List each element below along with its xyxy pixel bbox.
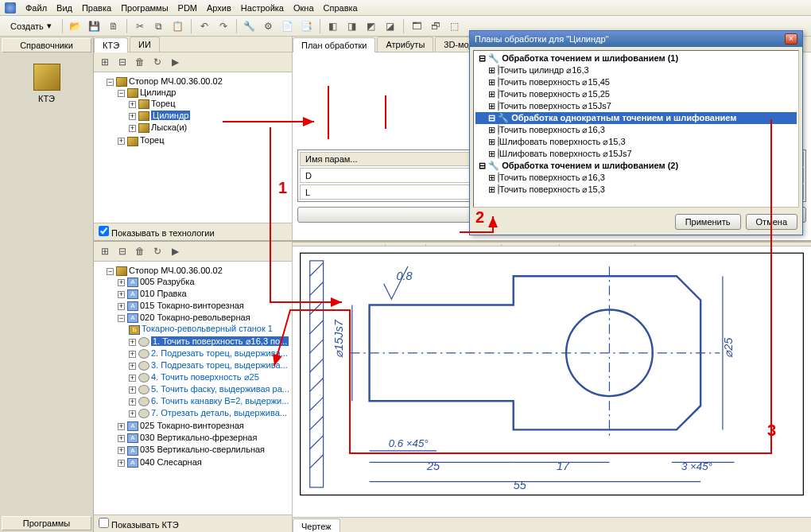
tool-icon[interactable]: ⚙ [261, 18, 277, 34]
menu-archive[interactable]: Архив [207, 3, 231, 13]
tree-tool-icon[interactable]: ▶ [167, 243, 183, 259]
cancel-button[interactable]: Отмена [746, 214, 797, 230]
tree-tool-icon[interactable]: ⊞ [97, 54, 113, 70]
show-in-tech-checkbox[interactable]: Показывать в технологии [99, 228, 215, 238]
tab-ii[interactable]: ИИ [130, 37, 160, 52]
tool-icon[interactable]: 📄 [280, 18, 296, 34]
plan-item[interactable]: ⊞ Точить поверхность ⌀16,3 [475, 172, 797, 184]
tool-icon[interactable]: ◪ [382, 18, 398, 34]
plan-item[interactable]: ⊞ Точить поверхность ⌀15,25 [475, 88, 797, 100]
cut-icon[interactable]: ✂ [132, 18, 148, 34]
copy-icon[interactable]: ⧉ [151, 18, 167, 34]
close-icon[interactable]: × [785, 33, 797, 45]
tree-tool-icon[interactable]: ↻ [149, 243, 165, 259]
plan-item[interactable]: ⊞ Точить поверхность ⌀15,45 [475, 76, 797, 88]
tab-kte[interactable]: КТЭ [94, 37, 128, 52]
paste-icon[interactable]: 📋 [170, 18, 186, 34]
tech-tree-pane: ⊞ ⊟ 🗑 ↻ ▶ −Стопор МЧ.00.36.00.02 +A005 Р… [94, 242, 293, 532]
tech-step[interactable]: 2. Подрезать торец, выдержива... [151, 348, 288, 358]
kte-tree[interactable]: −Стопор МЧ.00.36.00.02 −Цилиндр +Торец +… [94, 72, 292, 223]
cube-icon [33, 64, 60, 91]
tree-tool-icon[interactable]: ⊞ [97, 243, 113, 259]
plan-item[interactable]: ⊞ Точить поверхность ⌀16,3 [475, 124, 797, 136]
tech-op[interactable]: 005 Разрубка [140, 277, 195, 286]
undo-icon[interactable]: ↶ [196, 18, 212, 34]
tech-step[interactable]: 3. Подрезать торец, выдержива... [151, 360, 288, 370]
sidebar: Справочники КТЭ Программы [0, 37, 94, 532]
tool-icon[interactable]: 🔧 [242, 18, 258, 34]
open-icon[interactable]: 📂 [68, 18, 83, 34]
tech-op[interactable]: 020 Токарно-револьверная [140, 313, 250, 322]
plan-group[interactable]: ⊟ 🔧 Обработка точением и шлифованием (2) [475, 160, 797, 172]
kte-tree-pane: КТЭ ИИ ⊞ ⊟ 🗑 ↻ ▶ −Стопор МЧ.00.36.00.02 … [94, 37, 293, 240]
menu-pdm[interactable]: PDM [178, 3, 197, 13]
tool-icon[interactable]: ⬚ [447, 18, 463, 34]
tech-step[interactable]: 4. Точить поверхность ⌀25 [151, 372, 259, 382]
plan-item[interactable]: ⊞ Шлифовать поверхность ⌀15Js7 [475, 148, 797, 160]
tool-icon[interactable]: ◩ [363, 18, 379, 34]
tab-attr[interactable]: Атрибуты [377, 37, 433, 52]
tech-step[interactable]: 6. Точить канавку B=2, выдержи... [151, 396, 289, 406]
tree-tool-icon[interactable]: ⊟ [114, 54, 130, 70]
tool-icon[interactable]: 🗔 [409, 18, 425, 34]
menu-windows[interactable]: Окна [293, 3, 314, 13]
apply-button[interactable]: Применить [675, 214, 741, 230]
tree-root[interactable]: Стопор МЧ.00.36.00.02 [129, 76, 223, 86]
redo-icon[interactable]: ↷ [215, 18, 231, 34]
tree-tool-icon[interactable]: 🗑 [132, 54, 148, 70]
plan-group-selected[interactable]: ⊟ 🔧 Обработка однократным точением и шли… [475, 112, 797, 124]
tab-plan[interactable]: План обработки [293, 37, 375, 52]
tree-tool-icon[interactable]: ▶ [167, 54, 183, 70]
plan-item[interactable]: ⊞ Точить поверхность ⌀15,3 [475, 184, 797, 196]
tech-op[interactable]: 030 Вертикально-фрезерная [140, 433, 257, 442]
menu-file[interactable]: Файл [25, 3, 47, 13]
menu-help[interactable]: Справка [324, 3, 358, 13]
svg-text:17: 17 [557, 460, 570, 472]
tool-icon[interactable]: ◨ [344, 18, 360, 34]
sidebar-footer[interactable]: Программы [2, 516, 91, 530]
menu-settings[interactable]: Настройка [241, 3, 284, 13]
drawing-canvas[interactable]: 0.8 ⌀15Js7 ⌀25 0.6 ×45° 25 17 3 ×45° [293, 247, 811, 517]
svg-text:0.6 ×45°: 0.6 ×45° [389, 437, 429, 449]
create-button[interactable]: Создать ▾ [5, 18, 57, 34]
bottom-tab-drawing[interactable]: Чертеж [293, 518, 340, 532]
tree-node[interactable]: Лыска(и) [151, 122, 187, 132]
tool-icon[interactable]: 🗗 [428, 18, 444, 34]
tech-step-selected[interactable]: 1. Точить поверхность ⌀16,3 по... [151, 336, 289, 346]
menu-programs[interactable]: Программы [121, 3, 168, 13]
menu-view[interactable]: Вид [56, 3, 72, 13]
tree-tool-icon[interactable]: 🗑 [132, 243, 148, 259]
svg-text:⌀25: ⌀25 [722, 337, 735, 358]
tech-op[interactable]: 025 Токарно-винторезная [140, 421, 244, 430]
tree-node[interactable]: Торец [140, 135, 165, 145]
tree-node[interactable]: Цилиндр [140, 87, 176, 97]
tech-op[interactable]: 010 Правка [140, 289, 187, 298]
menu-edit[interactable]: Правка [82, 3, 111, 13]
tool-icon[interactable]: ◧ [325, 18, 341, 34]
tech-step[interactable]: Токарно-револьверный станок 1 [142, 324, 273, 333]
tree-node[interactable]: Торец [151, 99, 176, 108]
dialog-titlebar[interactable]: Планы обработки для "Цилиндр" × [470, 31, 802, 47]
tree-tool-icon[interactable]: ↻ [149, 54, 165, 70]
tech-op[interactable]: 035 Вертикально-сверлильная [140, 445, 265, 454]
sidebar-header[interactable]: Справочники [2, 38, 91, 52]
show-kte-checkbox[interactable]: Показывать КТЭ [99, 520, 179, 530]
tree-tool-icon[interactable]: ⊟ [114, 243, 130, 259]
save-all-icon[interactable]: 🗎 [106, 18, 122, 34]
save-icon[interactable]: 💾 [87, 18, 103, 34]
tech-tree[interactable]: −Стопор МЧ.00.36.00.02 +A005 Разрубка +A… [94, 262, 292, 515]
plan-item[interactable]: ⊞ Точить цилиндр ⌀16,3 [475, 64, 797, 76]
tech-step[interactable]: 7. Отрезать деталь, выдержива... [151, 408, 287, 417]
tree-node-selected[interactable]: Цилиндр [151, 111, 190, 120]
plans-list[interactable]: ⊟ 🔧 Обработка точением и шлифованием (1)… [473, 50, 799, 208]
plan-item[interactable]: ⊞ Шлифовать поверхность ⌀15,3 [475, 136, 797, 148]
tech-root[interactable]: Стопор МЧ.00.36.00.02 [129, 266, 223, 275]
tech-op[interactable]: 040 Слесарная [140, 457, 202, 467]
app-icon [5, 2, 16, 14]
tech-op[interactable]: 015 Токарно-винторезная [140, 301, 244, 310]
plan-item[interactable]: ⊞ Точить поверхность ⌀15Js7 [475, 100, 797, 112]
tech-step[interactable]: 5. Точить фаску, выдерживая ра... [151, 384, 289, 394]
tool-icon[interactable]: 📑 [299, 18, 315, 34]
plan-group[interactable]: ⊟ 🔧 Обработка точением и шлифованием (1) [475, 52, 797, 64]
sidebar-item-kte[interactable]: КТЭ [0, 54, 93, 113]
